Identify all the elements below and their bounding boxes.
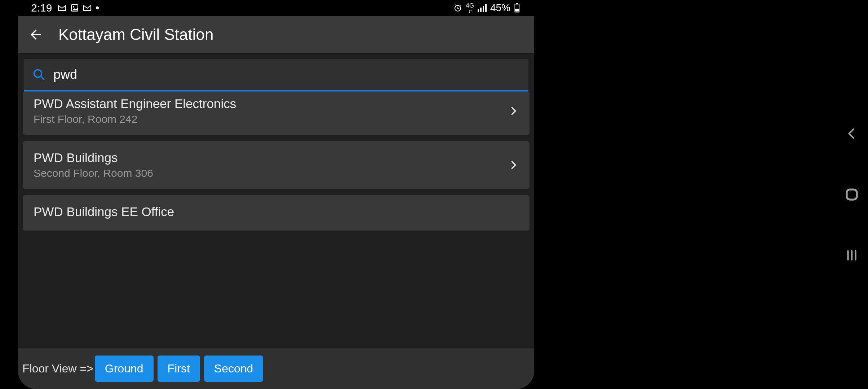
status-time: 2:19 bbox=[31, 2, 52, 14]
search-container bbox=[18, 53, 534, 91]
floor-first-button[interactable]: First bbox=[158, 356, 200, 382]
network-label-text: 4G bbox=[466, 3, 474, 9]
floor-second-button[interactable]: Second bbox=[204, 356, 264, 382]
status-right: 4G ↓↑ 45% bbox=[453, 2, 520, 14]
chevron-right-icon bbox=[509, 106, 519, 116]
status-bar: 2:19 4G ↓↑ 45% bbox=[18, 0, 534, 16]
results-list: PWD Assistant Engineer Electronics First… bbox=[18, 91, 534, 348]
search-icon bbox=[32, 68, 45, 81]
floor-view-bar: Floor View => Ground First Second bbox=[18, 348, 534, 389]
list-item[interactable]: PWD Buildings Second Floor, Room 306 bbox=[23, 141, 530, 189]
svg-rect-5 bbox=[515, 9, 519, 12]
list-item[interactable]: PWD Assistant Engineer Electronics First… bbox=[23, 91, 530, 135]
floor-ground-button[interactable]: Ground bbox=[95, 356, 154, 382]
device-home-button[interactable] bbox=[844, 187, 859, 202]
status-left: 2:19 bbox=[31, 2, 99, 14]
result-subtitle: First Floor, Room 242 bbox=[34, 113, 509, 125]
page-title: Kottayam Civil Station bbox=[58, 26, 213, 44]
battery-icon bbox=[514, 3, 520, 13]
search-box[interactable] bbox=[24, 59, 528, 91]
photo-icon bbox=[71, 4, 79, 12]
device-nav-bar bbox=[836, 0, 868, 389]
result-subtitle: Second Floor, Room 306 bbox=[34, 167, 509, 179]
signal-icon bbox=[478, 4, 487, 12]
svg-rect-8 bbox=[847, 189, 857, 200]
result-title: PWD Buildings EE Office bbox=[34, 205, 519, 219]
chevron-right-icon bbox=[509, 160, 519, 170]
svg-line-7 bbox=[41, 76, 44, 80]
battery-percent: 45% bbox=[490, 2, 510, 14]
result-title: PWD Assistant Engineer Electronics bbox=[34, 97, 509, 111]
svg-point-1 bbox=[73, 6, 74, 8]
device-back-button[interactable] bbox=[845, 127, 858, 140]
app-body: PWD Assistant Engineer Electronics First… bbox=[18, 53, 534, 389]
gmail-icon-2 bbox=[83, 5, 92, 11]
alarm-icon bbox=[453, 4, 462, 12]
result-title: PWD Buildings bbox=[34, 151, 509, 165]
gmail-icon bbox=[58, 5, 66, 11]
back-button[interactable] bbox=[28, 27, 43, 42]
device-recents-button[interactable] bbox=[845, 249, 858, 262]
floor-view-label: Floor View => bbox=[22, 362, 93, 375]
more-notifications-dot bbox=[96, 6, 99, 9]
list-item[interactable]: PWD Buildings EE Office bbox=[23, 195, 530, 231]
app-header: Kottayam Civil Station bbox=[18, 16, 534, 53]
search-input[interactable] bbox=[53, 67, 520, 82]
network-type: 4G ↓↑ bbox=[466, 3, 474, 13]
